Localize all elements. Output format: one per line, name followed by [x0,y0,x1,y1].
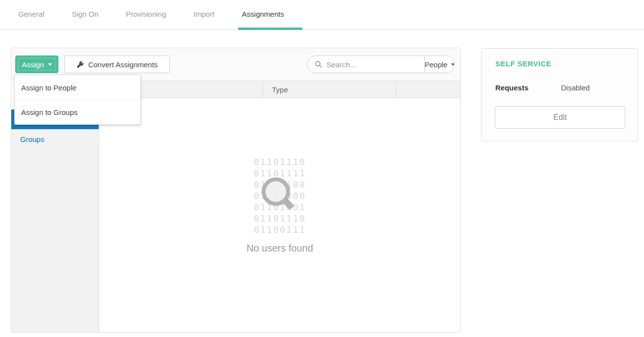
tab-assignments[interactable]: Assignments [242,10,284,18]
menu-item-assign-to-people[interactable]: Assign to People [15,75,140,100]
assignments-table-header: Type [99,81,460,98]
search-input[interactable] [326,60,424,69]
tab-general[interactable]: General [18,10,44,18]
empty-state-illustration: 01101110 01101111 01110100 01101000 0110… [254,156,306,235]
self-service-title: SELF SERVICE [495,59,551,68]
sidebar-background [11,129,99,332]
assign-button[interactable]: Assign [15,56,58,73]
search-scope-label: People [425,60,448,69]
tab-provisioning[interactable]: Provisioning [126,10,166,18]
menu-item-assign-to-groups[interactable]: Assign to Groups [15,100,140,124]
column-header-actions [396,81,460,98]
tab-import[interactable]: Import [193,10,215,18]
wrench-icon [77,61,84,68]
chevron-down-icon [451,63,455,66]
column-header-type: Type [263,81,396,98]
assign-dropdown-menu: Assign to People Assign to Groups [14,75,141,125]
binary-line: 01100111 [254,224,306,235]
focus-outline [18,58,56,71]
search-scope-dropdown[interactable]: People [424,56,455,73]
active-tab-underline [238,28,302,30]
search-icon [315,60,322,68]
tabs-divider [0,29,644,30]
edit-button[interactable]: Edit [495,106,625,129]
requests-value: Disabled [561,84,590,92]
empty-state-message: No users found [246,243,313,254]
binary-line: 01101110 [254,156,306,168]
search-box [308,56,424,73]
search-group: People [307,56,455,73]
convert-assignments-label: Convert Assignments [88,60,158,69]
requests-label: Requests [495,84,529,92]
assignments-table-body: 01101110 01101111 01110100 01101000 0110… [99,98,460,332]
tab-sign-on[interactable]: Sign On [72,10,98,18]
sidebar-item-groups[interactable]: Groups [11,129,99,149]
magnifier-icon [254,170,303,219]
sidebar-item-groups-label: Groups [20,135,44,143]
self-service-card: SELF SERVICE Requests Disabled Edit [481,48,638,141]
app-tabs: General Sign On Provisioning Import Assi… [18,10,284,18]
convert-assignments-button[interactable]: Convert Assignments [64,56,170,73]
